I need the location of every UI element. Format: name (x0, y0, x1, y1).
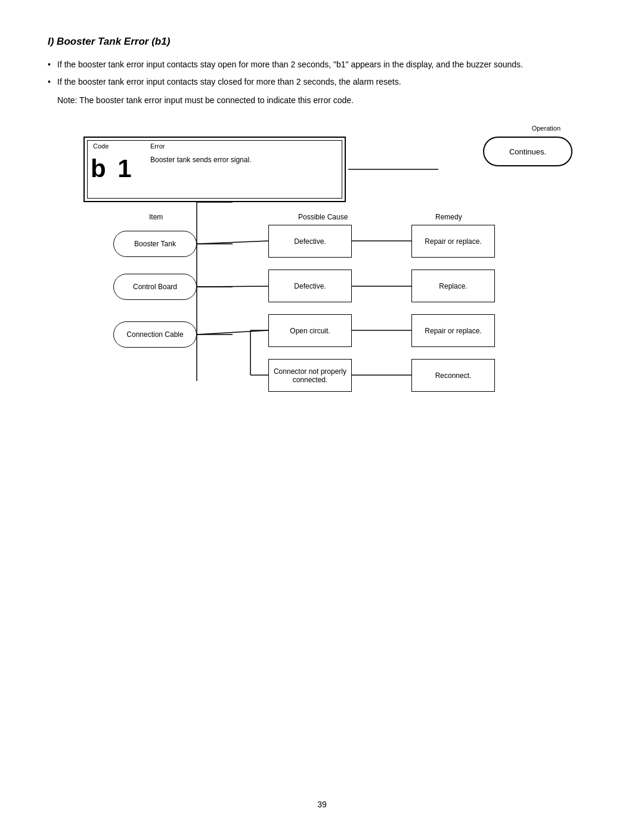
svg-line-11 (197, 335, 268, 375)
remedy-box-3: Repair or replace. (411, 314, 495, 347)
error-desc: Booster tank sends error signal. (150, 156, 251, 164)
cause-box-4: Connector not properly connected. (268, 359, 352, 392)
item-oval-booster-tank: Booster Tank (113, 231, 197, 257)
operation-label: Operation (532, 125, 561, 132)
svg-line-8 (197, 286, 268, 287)
cause-box-3: Open circuit. (268, 314, 352, 347)
cause-box-2: Defective. (268, 270, 352, 302)
note-text: Note: The booster tank error input must … (57, 94, 596, 107)
svg-line-9 (197, 330, 268, 335)
remedy-box-2: Replace. (411, 270, 495, 302)
diagram: Code Error b 1 Booster tank sends error … (66, 125, 578, 435)
operation-oval: Continues. (483, 137, 572, 166)
item-oval-control-board: Control Board (113, 274, 197, 300)
code-label: Code (93, 143, 109, 150)
bullet-list: If the booster tank error input contacts… (48, 58, 596, 88)
remedy-box-4: Reconnect. (411, 359, 495, 392)
error-box: Code Error b 1 Booster tank sends error … (83, 137, 346, 202)
page-number: 39 (317, 800, 327, 809)
cause-box-1: Defective. (268, 225, 352, 258)
section-title: I) Booster Tank Error (b1) (48, 36, 596, 48)
error-label: Error (150, 143, 165, 150)
svg-line-7 (197, 241, 268, 244)
remedy-box-1: Repair or replace. (411, 225, 495, 258)
col-header-item: Item (149, 213, 163, 221)
code-value: b 1 (91, 154, 134, 183)
bullet-item-1: If the booster tank error input contacts… (48, 58, 596, 71)
item-oval-connection-cable: Connection Cable (113, 321, 197, 348)
col-header-cause: Possible Cause (298, 213, 348, 221)
bullet-item-2: If the booster tank error input contacts… (48, 76, 596, 88)
col-header-remedy: Remedy (435, 213, 462, 221)
operation-value: Continues. (509, 147, 546, 156)
